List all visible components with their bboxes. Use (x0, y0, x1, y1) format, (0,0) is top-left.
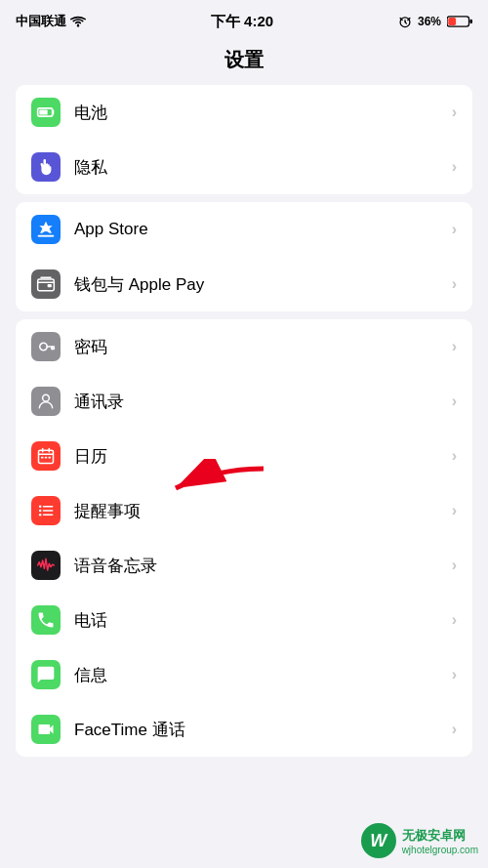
settings-group-3: 密码 › 通讯录 › 日历 › (16, 319, 472, 757)
watermark-url: wjhotelgroup.com (402, 845, 478, 855)
reminders-label: 提醒事项 (74, 500, 452, 522)
calendar-chevron: › (452, 447, 457, 465)
wallet-settings-icon (31, 269, 61, 299)
settings-row-contacts[interactable]: 通讯录 › (16, 374, 472, 429)
svg-point-16 (39, 506, 42, 509)
status-time: 下午 4:20 (211, 13, 273, 31)
svg-point-0 (77, 24, 79, 26)
facetime-chevron: › (452, 721, 457, 738)
voice-settings-icon (31, 551, 61, 580)
settings-row-appstore[interactable]: App Store › (16, 202, 472, 257)
settings-row-privacy[interactable]: 隐私 › (16, 140, 472, 194)
status-carrier: 中国联通 (16, 13, 86, 30)
battery-percent: 36% (418, 15, 441, 28)
svg-point-20 (39, 514, 42, 517)
reminders-settings-icon (31, 496, 61, 525)
calendar-label: 日历 (74, 445, 452, 468)
svg-rect-14 (45, 457, 48, 459)
carrier-name: 中国联通 (16, 13, 66, 30)
settings-group-1: 电池 › 隐私 › (16, 85, 472, 194)
settings-row-wallet[interactable]: 钱包与 Apple Pay › (16, 257, 472, 311)
svg-point-11 (43, 394, 50, 401)
password-label: 密码 (74, 336, 452, 358)
status-bar: 中国联通 下午 4:20 36% (0, 0, 488, 43)
phone-settings-icon (31, 605, 61, 635)
settings-row-battery[interactable]: 电池 › (16, 85, 472, 140)
status-right: 36% (398, 15, 472, 28)
settings-group-2: App Store › 钱包与 Apple Pay › (16, 202, 472, 311)
page-title: 设置 (0, 43, 488, 81)
alarm-icon (398, 15, 412, 28)
battery-settings-icon (31, 98, 61, 127)
watermark-text: 无极安卓网 wjhotelgroup.com (402, 827, 478, 855)
wallet-chevron: › (452, 275, 457, 293)
watermark-logo: W (361, 823, 396, 858)
settings-row-calendar[interactable]: 日历 › (16, 429, 472, 483)
password-chevron: › (452, 338, 457, 355)
messages-chevron: › (452, 666, 457, 683)
messages-label: 信息 (74, 664, 452, 686)
voice-label: 语音备忘录 (74, 555, 452, 577)
phone-label: 电话 (74, 609, 452, 632)
messages-settings-icon (31, 660, 61, 689)
svg-rect-6 (39, 110, 47, 115)
contacts-settings-icon (31, 387, 61, 416)
privacy-chevron: › (452, 158, 457, 176)
battery-icon (447, 15, 472, 28)
voice-chevron: › (452, 557, 457, 574)
appstore-settings-icon (31, 215, 61, 244)
battery-label: 电池 (74, 102, 452, 124)
privacy-label: 隐私 (74, 156, 452, 179)
svg-rect-3 (448, 18, 456, 25)
wifi-icon (70, 16, 86, 27)
svg-rect-15 (49, 457, 52, 459)
contacts-label: 通讯录 (74, 391, 452, 413)
svg-rect-4 (469, 20, 472, 23)
settings-row-messages[interactable]: 信息 › (16, 647, 472, 702)
battery-chevron: › (452, 103, 457, 121)
settings-row-voice[interactable]: 语音备忘录 › (16, 538, 472, 593)
calendar-settings-icon (31, 441, 61, 471)
svg-rect-8 (48, 284, 52, 287)
svg-rect-13 (41, 457, 44, 459)
phone-chevron: › (452, 611, 457, 629)
contacts-chevron: › (452, 393, 457, 410)
watermark-name: 无极安卓网 (402, 827, 478, 845)
settings-row-password[interactable]: 密码 › (16, 319, 472, 374)
svg-rect-12 (39, 450, 54, 463)
password-settings-icon (31, 332, 61, 361)
facetime-label: FaceTime 通话 (74, 719, 452, 741)
privacy-settings-icon (31, 152, 61, 182)
reminders-chevron: › (452, 502, 457, 519)
svg-point-18 (39, 510, 42, 513)
settings-row-reminders[interactable]: 提醒事项 › (16, 483, 472, 538)
appstore-chevron: › (452, 221, 457, 238)
settings-row-phone[interactable]: 电话 › (16, 593, 472, 647)
wallet-label: 钱包与 Apple Pay (74, 273, 452, 296)
settings-row-facetime[interactable]: FaceTime 通话 › (16, 702, 472, 757)
facetime-settings-icon (31, 715, 61, 744)
svg-rect-7 (38, 279, 55, 291)
watermark: W 无极安卓网 wjhotelgroup.com (361, 823, 478, 858)
appstore-label: App Store (74, 220, 452, 239)
